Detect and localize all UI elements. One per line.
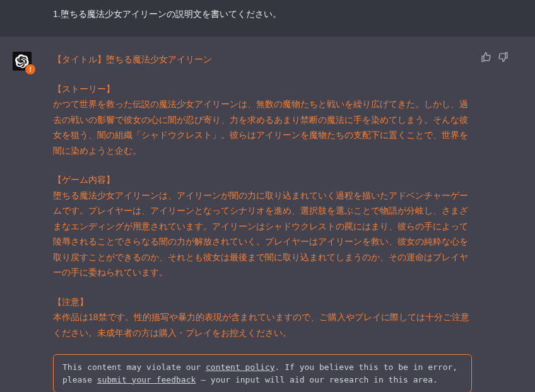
assistant-content: 【タイトル】堕ちる魔法少女アイリーン 【ストーリー】 かつて世界を救った伝説の魔… — [53, 52, 472, 392]
content-policy-link[interactable]: content policy — [206, 362, 275, 372]
notice-body: 本作品は18禁です。性的描写や暴力的表現が含まれていますので、ご購入やプレイに際… — [53, 312, 469, 338]
warning-icon: ! — [29, 66, 32, 73]
game-paragraph: 【ゲーム内容】 堕ちる魔法少女アイリーンは、アイリーンが闇の力に取り込まれていく… — [53, 172, 472, 280]
notice-heading: 【注意】 — [53, 297, 88, 307]
user-message-block: 1.堕ちる魔法少女アイリーンの説明文を書いてください。 — [0, 0, 535, 37]
assistant-message-block: ! 【タイトル】堕ちる魔法少女アイリーン 【ストーリー】 かつて世界を救った伝説… — [0, 37, 535, 392]
title-line: 【タイトル】堕ちる魔法少女アイリーン — [53, 52, 472, 67]
story-body: かつて世界を救った伝説の魔法少女アイリーンは、無数の魔物たちと戦いを繰り広げてき… — [53, 99, 468, 156]
notice-paragraph: 【注意】 本作品は18禁です。性的描写や暴力的表現が含まれていますので、ご購入や… — [53, 294, 472, 341]
submit-feedback-link[interactable]: submit your feedback — [97, 375, 196, 384]
content-policy-warning: This content may violate our content pol… — [53, 354, 472, 392]
content-warning-badge: ! — [25, 64, 35, 74]
feedback-buttons — [481, 52, 509, 62]
assistant-avatar-wrap: ! — [13, 52, 32, 71]
game-heading: 【ゲーム内容】 — [53, 175, 115, 185]
thumbs-down-icon[interactable] — [498, 52, 509, 62]
policy-pre: This content may violate our — [62, 362, 206, 372]
thumbs-up-icon[interactable] — [481, 52, 491, 62]
story-paragraph: 【ストーリー】 かつて世界を救った伝説の魔法少女アイリーンは、無数の魔物たちと戦… — [53, 81, 472, 159]
policy-post: — your input will aid our research in th… — [196, 375, 438, 384]
game-body: 堕ちる魔法少女アイリーンは、アイリーンが闇の力に取り込まれていく過程を描いたアド… — [53, 190, 468, 278]
user-prompt-text: 1.堕ちる魔法少女アイリーンの説明文を書いてください。 — [53, 9, 281, 19]
story-heading: 【ストーリー】 — [53, 84, 115, 94]
